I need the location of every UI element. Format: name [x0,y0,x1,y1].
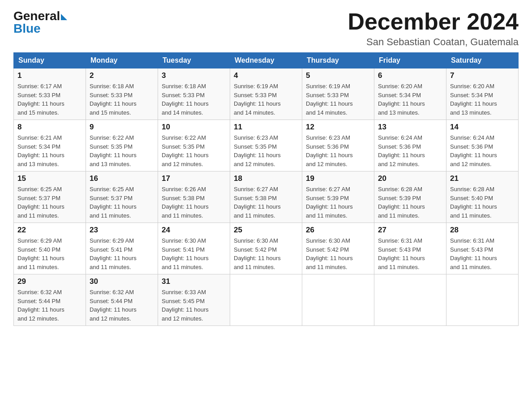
table-cell [230,274,302,326]
table-cell [374,274,446,326]
day-info: Sunrise: 6:22 AM Sunset: 5:35 PM Dayligh… [90,133,154,168]
day-info: Sunrise: 6:29 AM Sunset: 5:40 PM Dayligh… [17,236,82,271]
table-cell: 16 Sunrise: 6:25 AM Sunset: 5:37 PM Dayl… [86,171,158,223]
table-cell: 10 Sunrise: 6:22 AM Sunset: 5:35 PM Dayl… [158,120,230,171]
table-cell: 1 Sunrise: 6:17 AM Sunset: 5:33 PM Dayli… [14,68,86,120]
day-number: 12 [306,123,370,132]
day-info: Sunrise: 6:24 AM Sunset: 5:36 PM Dayligh… [378,133,442,168]
header-row: Sunday Monday Tuesday Wednesday Thursday… [14,53,519,68]
table-row: 1 Sunrise: 6:17 AM Sunset: 5:33 PM Dayli… [14,68,519,120]
day-number: 2 [90,71,154,80]
day-number: 8 [17,123,82,132]
table-cell: 11 Sunrise: 6:23 AM Sunset: 5:35 PM Dayl… [230,120,302,171]
day-number: 29 [17,277,82,286]
col-saturday: Saturday [446,53,519,68]
table-row: 8 Sunrise: 6:21 AM Sunset: 5:34 PM Dayli… [14,120,519,171]
col-wednesday: Wednesday [230,53,302,68]
day-number: 6 [378,71,442,80]
logo-blue-text: Blue [13,21,41,36]
table-cell: 23 Sunrise: 6:29 AM Sunset: 5:41 PM Dayl… [86,223,158,274]
table-cell: 30 Sunrise: 6:32 AM Sunset: 5:44 PM Dayl… [86,274,158,326]
calendar-table: Sunday Monday Tuesday Wednesday Thursday… [13,52,519,326]
table-cell: 25 Sunrise: 6:30 AM Sunset: 5:42 PM Dayl… [230,223,302,274]
day-info: Sunrise: 6:28 AM Sunset: 5:39 PM Dayligh… [378,185,442,220]
table-cell: 3 Sunrise: 6:18 AM Sunset: 5:33 PM Dayli… [158,68,230,120]
logo-arrow-icon [61,14,67,20]
day-number: 31 [162,277,226,286]
col-friday: Friday [374,53,446,68]
day-info: Sunrise: 6:30 AM Sunset: 5:41 PM Dayligh… [162,236,226,271]
col-sunday: Sunday [14,53,86,68]
table-cell [302,274,374,326]
day-number: 23 [90,226,154,235]
day-info: Sunrise: 6:30 AM Sunset: 5:42 PM Dayligh… [234,236,298,271]
day-info: Sunrise: 6:22 AM Sunset: 5:35 PM Dayligh… [162,133,226,168]
day-number: 20 [378,174,442,183]
table-cell: 12 Sunrise: 6:23 AM Sunset: 5:36 PM Dayl… [302,120,374,171]
day-number: 14 [450,123,515,132]
col-tuesday: Tuesday [158,53,230,68]
day-info: Sunrise: 6:19 AM Sunset: 5:33 PM Dayligh… [306,82,370,117]
day-number: 21 [450,174,515,183]
day-number: 22 [17,226,82,235]
table-cell: 4 Sunrise: 6:19 AM Sunset: 5:33 PM Dayli… [230,68,302,120]
table-cell: 6 Sunrise: 6:20 AM Sunset: 5:34 PM Dayli… [374,68,446,120]
day-info: Sunrise: 6:17 AM Sunset: 5:33 PM Dayligh… [17,82,82,117]
col-thursday: Thursday [302,53,374,68]
table-cell: 8 Sunrise: 6:21 AM Sunset: 5:34 PM Dayli… [14,120,86,171]
table-cell: 13 Sunrise: 6:24 AM Sunset: 5:36 PM Dayl… [374,120,446,171]
table-cell: 2 Sunrise: 6:18 AM Sunset: 5:33 PM Dayli… [86,68,158,120]
day-info: Sunrise: 6:31 AM Sunset: 5:43 PM Dayligh… [378,236,442,271]
table-cell: 21 Sunrise: 6:28 AM Sunset: 5:40 PM Dayl… [446,171,519,223]
day-info: Sunrise: 6:33 AM Sunset: 5:45 PM Dayligh… [162,288,226,323]
table-cell: 20 Sunrise: 6:28 AM Sunset: 5:39 PM Dayl… [374,171,446,223]
day-info: Sunrise: 6:18 AM Sunset: 5:33 PM Dayligh… [90,82,154,117]
day-number: 16 [90,174,154,183]
day-number: 15 [17,174,82,183]
day-info: Sunrise: 6:32 AM Sunset: 5:44 PM Dayligh… [90,288,154,323]
table-cell: 14 Sunrise: 6:24 AM Sunset: 5:36 PM Dayl… [446,120,519,171]
day-info: Sunrise: 6:23 AM Sunset: 5:36 PM Dayligh… [306,133,370,168]
day-number: 3 [162,71,226,80]
day-number: 5 [306,71,370,80]
day-number: 11 [234,123,298,132]
day-number: 7 [450,71,515,80]
day-info: Sunrise: 6:27 AM Sunset: 5:39 PM Dayligh… [306,185,370,220]
day-info: Sunrise: 6:25 AM Sunset: 5:37 PM Dayligh… [17,185,82,220]
page-header: General Blue December 2024 San Sebastian… [13,9,519,48]
col-monday: Monday [86,53,158,68]
table-cell: 24 Sunrise: 6:30 AM Sunset: 5:41 PM Dayl… [158,223,230,274]
day-number: 28 [450,226,515,235]
calendar-header: Sunday Monday Tuesday Wednesday Thursday… [14,53,519,68]
day-info: Sunrise: 6:25 AM Sunset: 5:37 PM Dayligh… [90,185,154,220]
day-info: Sunrise: 6:29 AM Sunset: 5:41 PM Dayligh… [90,236,154,271]
day-info: Sunrise: 6:24 AM Sunset: 5:36 PM Dayligh… [450,133,515,168]
day-number: 25 [234,226,298,235]
day-number: 18 [234,174,298,183]
title-area: December 2024 San Sebastian Coatan, Guat… [348,9,519,48]
table-cell: 19 Sunrise: 6:27 AM Sunset: 5:39 PM Dayl… [302,171,374,223]
table-row: 22 Sunrise: 6:29 AM Sunset: 5:40 PM Dayl… [14,223,519,274]
day-number: 13 [378,123,442,132]
table-cell: 26 Sunrise: 6:30 AM Sunset: 5:42 PM Dayl… [302,223,374,274]
day-number: 10 [162,123,226,132]
day-info: Sunrise: 6:30 AM Sunset: 5:42 PM Dayligh… [306,236,370,271]
day-number: 19 [306,174,370,183]
location-subtitle: San Sebastian Coatan, Guatemala [348,36,519,48]
day-number: 24 [162,226,226,235]
table-row: 29 Sunrise: 6:32 AM Sunset: 5:44 PM Dayl… [14,274,519,326]
table-cell [446,274,519,326]
day-number: 27 [378,226,442,235]
table-cell: 27 Sunrise: 6:31 AM Sunset: 5:43 PM Dayl… [374,223,446,274]
logo: General Blue [13,9,67,36]
table-cell: 5 Sunrise: 6:19 AM Sunset: 5:33 PM Dayli… [302,68,374,120]
day-info: Sunrise: 6:26 AM Sunset: 5:38 PM Dayligh… [162,185,226,220]
table-cell: 9 Sunrise: 6:22 AM Sunset: 5:35 PM Dayli… [86,120,158,171]
day-info: Sunrise: 6:27 AM Sunset: 5:38 PM Dayligh… [234,185,298,220]
day-info: Sunrise: 6:19 AM Sunset: 5:33 PM Dayligh… [234,82,298,117]
table-cell: 22 Sunrise: 6:29 AM Sunset: 5:40 PM Dayl… [14,223,86,274]
table-cell: 7 Sunrise: 6:20 AM Sunset: 5:34 PM Dayli… [446,68,519,120]
day-number: 26 [306,226,370,235]
day-number: 17 [162,174,226,183]
day-info: Sunrise: 6:20 AM Sunset: 5:34 PM Dayligh… [450,82,515,117]
